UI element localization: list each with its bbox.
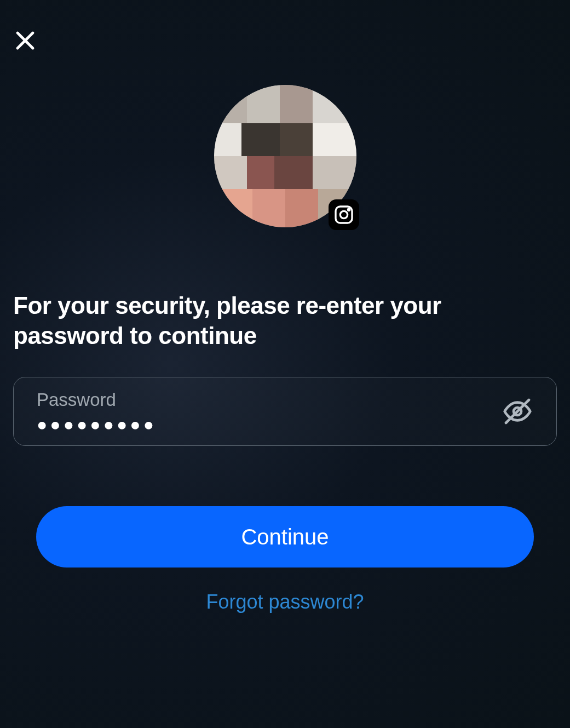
instagram-badge: [329, 199, 359, 230]
instagram-icon: [333, 204, 355, 226]
forgot-password-link[interactable]: Forgot password?: [13, 591, 557, 614]
password-value: ●●●●●●●●●: [37, 416, 502, 433]
password-label: Password: [37, 389, 502, 410]
security-heading: For your security, please re-enter your …: [13, 290, 557, 351]
eye-slash-icon: [502, 396, 533, 427]
continue-button[interactable]: Continue: [36, 506, 534, 568]
close-icon: [12, 27, 38, 54]
svg-point-3: [340, 211, 347, 218]
password-input-wrapper[interactable]: Password ●●●●●●●●●: [13, 377, 557, 446]
avatar-section: [13, 85, 557, 227]
svg-point-4: [348, 209, 349, 210]
toggle-password-visibility-button[interactable]: [502, 395, 533, 427]
close-button[interactable]: [11, 26, 39, 55]
